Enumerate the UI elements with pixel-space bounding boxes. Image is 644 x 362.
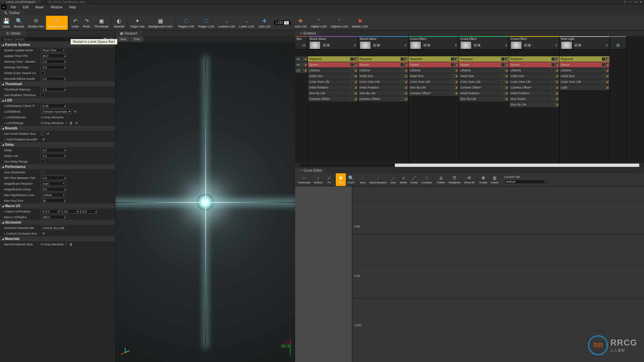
origin-axis-button[interactable]: ✦Origin Axis — [128, 16, 147, 30]
module-curve-icon[interactable]: ◪ — [555, 69, 558, 72]
lod-number[interactable]: 0 — [284, 21, 289, 24]
module-curve-icon[interactable]: ◪ — [555, 74, 558, 78]
menu-help[interactable]: Help — [66, 5, 79, 9]
module-row[interactable]: Lifetime✓◪ — [459, 68, 509, 73]
id-input[interactable]: 0.0 — [41, 187, 66, 191]
emitter-column[interactable]: Shock Wave✓▦3Required✓◪Spawn✓◪Lifetime✓◪… — [358, 36, 409, 163]
module-curve-icon[interactable]: ◪ — [404, 80, 408, 83]
add-icon[interactable]: + — [64, 121, 68, 125]
close-icon[interactable]: ✕ — [639, 0, 643, 4]
section-thumbnail[interactable]: Thumbnail — [0, 81, 115, 86]
module-row[interactable]: Lifetime✓◪ — [409, 68, 459, 73]
module-curve-icon[interactable]: ◪ — [354, 92, 357, 95]
module-curve-icon[interactable]: ◪ — [505, 69, 508, 72]
module-row[interactable]: Life✓◪ — [295, 68, 308, 73]
module-row[interactable]: Color Over Life✓◪ — [509, 79, 559, 85]
module-enable-icon[interactable]: ✓ — [501, 74, 504, 78]
module-enable-icon[interactable]: ✓ — [602, 74, 605, 78]
module-row[interactable]: Lifetime✓◪ — [358, 68, 408, 73]
ir-dropdown[interactable]: Auto — [41, 181, 66, 186]
module-row[interactable]: Initial Rotation✓◪ — [358, 85, 408, 90]
fps-input[interactable]: 60.0 — [41, 54, 66, 58]
addlod-button[interactable]: ✚Add LOD — [256, 16, 273, 30]
module-curve-icon[interactable]: ◪ — [404, 92, 408, 95]
emitter-enable-icon[interactable]: ✓ — [574, 44, 578, 47]
module-enable-icon[interactable]: ✓ — [551, 63, 555, 66]
module-curve-icon[interactable]: ◪ — [404, 86, 408, 89]
emitter-solo-icon[interactable]: ▦ — [427, 44, 430, 47]
module-enable-icon[interactable]: ✓ — [551, 86, 555, 89]
module-enable-icon[interactable]: ✓ — [501, 92, 504, 95]
module-curve-icon[interactable]: ◪ — [555, 57, 558, 61]
menu-asset[interactable]: Asset — [32, 5, 47, 9]
fit-button[interactable]: ⤢Fit — [324, 173, 334, 186]
module-enable-icon[interactable]: ✓ — [551, 97, 555, 101]
details-body[interactable]: Particle System System Update ModeReal-T… — [0, 42, 115, 362]
module-curve-icon[interactable]: ◪ — [454, 57, 458, 61]
macro-rad-input[interactable]: 200.0 — [41, 215, 66, 219]
module-curve-icon[interactable]: ◪ — [555, 97, 558, 101]
module-curve-icon[interactable]: ◪ — [505, 92, 508, 95]
tab-ps[interactable]: PS_GFX1_SpiritRaven_Exp… — [42, 0, 95, 4]
section-materials[interactable]: Materials — [0, 236, 115, 241]
module-row[interactable]: Camera Offset+✓◪ — [358, 96, 408, 102]
emitter-column[interactable]: Cross Effect✓▦3Required✓◪Spawn✓◪Lifetime… — [509, 36, 559, 163]
reset-icon[interactable]: ↺ — [74, 110, 76, 113]
module-enable-icon[interactable]: ✓ — [350, 80, 354, 83]
module-curve-icon[interactable]: ◪ — [555, 80, 558, 83]
module-enable-icon[interactable]: ✓ — [400, 80, 404, 83]
reset-icon[interactable]: ↺ — [42, 138, 45, 141]
module-row[interactable]: Spawn✓◪ — [509, 62, 559, 68]
zoom-button[interactable]: 🔍Zoom — [346, 173, 356, 186]
module-enable-icon[interactable]: ✓ — [451, 57, 454, 61]
module-enable-icon[interactable]: ✓ — [551, 80, 555, 83]
deletelod-button[interactable]: ✖Delete LOD — [350, 16, 370, 30]
module-curve-icon[interactable]: ◪ — [404, 74, 408, 78]
module-row[interactable]: Initial Rotation✓◪ — [308, 85, 358, 90]
module-curve-icon[interactable]: ◪ — [354, 57, 357, 61]
emitter-solo-icon[interactable]: ▦ — [578, 44, 581, 47]
module-enable-icon[interactable]: ✓ — [602, 86, 605, 89]
break-button[interactable]: ⤫Break — [398, 173, 409, 186]
module-curve-icon[interactable]: ◪ — [454, 92, 458, 95]
module-row[interactable]: Spawn✓◪ — [358, 62, 408, 68]
lowestlod-button[interactable]: ⌄Lowest LOD — [216, 16, 237, 30]
mps-input[interactable]: 32 — [41, 198, 66, 203]
time-menu[interactable]: Time — [130, 37, 143, 42]
module-curve-icon[interactable]: ◪ — [404, 63, 408, 66]
module-curve-icon[interactable]: ◪ — [354, 80, 357, 83]
menu-edit[interactable]: Edit — [19, 5, 32, 9]
curve-tab-dropdown[interactable]: Default — [504, 179, 548, 184]
view-menu[interactable]: View — [117, 37, 129, 42]
obm-dropdown[interactable]: Particle Bounds — [41, 226, 66, 230]
module-enable-icon[interactable]: ✓ — [501, 86, 504, 89]
browse-button[interactable]: 🔍Browse — [12, 16, 26, 30]
module-curve-icon[interactable]: ◪ — [505, 57, 508, 61]
msl-dropdown[interactable]: Critical — [41, 193, 66, 197]
module-enable-icon[interactable]: ✓ — [501, 69, 504, 72]
module-curve-icon[interactable]: ◪ — [454, 69, 458, 72]
module-row[interactable]: Spawn✓◪ — [308, 62, 358, 68]
module-enable-icon[interactable]: ✓ — [501, 57, 504, 61]
save-button[interactable]: 💾Save — [1, 16, 12, 30]
module-row[interactable]: Color Over Life✓◪ — [459, 79, 509, 85]
module-enable-icon[interactable]: ✓ — [400, 86, 404, 89]
bounds-button[interactable]: ◐Bounds — [112, 16, 126, 30]
emitters-tab[interactable]: ✧Emitters — [295, 30, 321, 36]
module-enable-icon[interactable]: ✓ — [350, 63, 354, 66]
viewport-tab[interactable]: ▦Viewport — [115, 30, 142, 36]
module-curve-icon[interactable]: ◪ — [354, 86, 357, 89]
module-row[interactable]: Initial Size✓◪ — [459, 73, 509, 79]
module-row[interactable]: Size By Life✓◪ — [358, 90, 408, 96]
module-row[interactable]: Initial Size✓◪ — [358, 73, 408, 79]
module-row[interactable]: Required✓◪ — [308, 56, 358, 62]
module-row[interactable]: Size By Life✓◪ — [308, 90, 358, 96]
module-curve-icon[interactable]: ◪ — [354, 97, 357, 101]
fit-vertical-button[interactable]: ↕Vertical — [312, 173, 324, 186]
autodeact-checkbox[interactable]: ✓ — [41, 170, 45, 174]
module-enable-icon[interactable]: ✓ — [350, 74, 354, 78]
lodmethod-dropdown[interactable]: Activate Automatic ▾ — [41, 109, 72, 114]
module-row[interactable]: Lifetime✓◪ — [559, 68, 609, 73]
module-curve-icon[interactable]: ◪ — [505, 74, 508, 78]
module-row[interactable]: Size By Life✓◪ — [459, 96, 509, 102]
